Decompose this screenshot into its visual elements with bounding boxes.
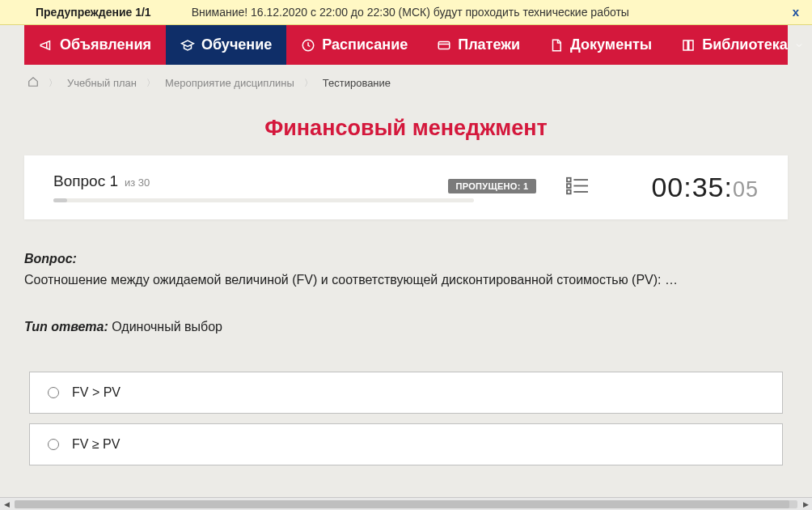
answer-radio[interactable] <box>48 439 59 450</box>
document-icon <box>549 38 564 53</box>
chevron-down-icon <box>794 40 804 50</box>
svg-rect-2 <box>567 177 571 181</box>
answer-radio[interactable] <box>48 387 59 398</box>
nav-label: Объявления <box>60 36 151 53</box>
graduation-cap-icon <box>180 38 195 53</box>
scrollbar-thumb[interactable] <box>15 500 789 508</box>
timer: 00:35:05 <box>651 172 759 203</box>
crumb-event[interactable]: Мероприятие дисциплины <box>165 77 294 89</box>
nav-label: Документы <box>570 36 652 53</box>
answer-type-label: Тип ответа: <box>24 320 108 334</box>
scrollbar-track[interactable] <box>15 500 797 508</box>
crumb-curriculum[interactable]: Учебный план <box>67 77 137 89</box>
warning-close-button[interactable]: x <box>793 5 799 19</box>
skipped-badge: ПРОПУЩЕНО: 1 <box>448 179 537 193</box>
nav-library[interactable]: Библиотека <box>666 25 812 65</box>
svg-rect-1 <box>438 41 450 49</box>
nav-announcements[interactable]: Объявления <box>24 25 166 65</box>
warning-text: Внимание! 16.12.2020 с 22:00 до 22:30 (М… <box>192 6 799 19</box>
quiz-status-panel: Вопрос 1 из 30 ПРОПУЩЕНО: 1 00:35:05 <box>24 155 788 219</box>
nav-payments[interactable]: Платежи <box>422 25 535 65</box>
nav-label: Расписание <box>322 36 408 53</box>
nav-label: Платежи <box>458 36 520 53</box>
chevron-right-icon: 〉 <box>146 77 155 89</box>
book-icon <box>681 38 696 53</box>
warning-bar: Предупреждение 1/1 Внимание! 16.12.2020 … <box>0 0 812 25</box>
horizontal-scrollbar[interactable]: ◀ ▶ <box>0 497 812 510</box>
answer-option-text: FV ≥ PV <box>72 437 120 452</box>
clock-icon <box>301 38 315 53</box>
question-label: Вопрос 1 <box>53 172 118 190</box>
home-icon[interactable] <box>27 76 39 90</box>
warning-label: Предупреждение 1/1 <box>36 6 151 19</box>
crumb-testing: Тестирование <box>323 77 391 89</box>
progress-fill <box>53 198 67 202</box>
progress-bar <box>53 198 474 202</box>
nav-label: Обучение <box>201 36 272 53</box>
answer-option[interactable]: FV > PV <box>29 372 783 414</box>
svg-rect-4 <box>567 184 571 188</box>
nav-label: Библиотека <box>702 36 788 53</box>
timer-secs: 05 <box>733 177 759 202</box>
main-nav: Объявления Обучение Расписание Платежи Д… <box>24 25 788 65</box>
nav-education[interactable]: Обучение <box>166 25 286 65</box>
question-content: Вопрос: Соотношение между ожидаемой вели… <box>24 252 788 465</box>
svg-rect-6 <box>567 189 571 193</box>
megaphone-icon <box>39 38 53 53</box>
nav-schedule[interactable]: Расписание <box>286 25 422 65</box>
chevron-right-icon: 〉 <box>49 77 57 89</box>
scroll-left-icon[interactable]: ◀ <box>2 500 11 508</box>
scroll-right-icon[interactable]: ▶ <box>801 500 810 508</box>
chevron-right-icon: 〉 <box>304 77 313 89</box>
answer-option-text: FV > PV <box>72 385 121 400</box>
question-heading: Вопрос: <box>24 252 77 266</box>
card-icon <box>437 38 451 53</box>
question-list-button[interactable] <box>565 176 590 200</box>
answer-type-value: Одиночный выбор <box>108 320 222 334</box>
breadcrumb: 〉 Учебный план 〉 Мероприятие дисциплины … <box>0 65 812 98</box>
answer-option[interactable]: FV ≥ PV <box>29 423 783 465</box>
question-total: из 30 <box>125 176 150 189</box>
timer-main: 00:35: <box>651 172 733 203</box>
nav-documents[interactable]: Документы <box>535 25 666 65</box>
question-text: Соотношение между ожидаемой величиной (F… <box>24 273 788 287</box>
page-title: Финансовый менеджмент <box>0 116 812 141</box>
